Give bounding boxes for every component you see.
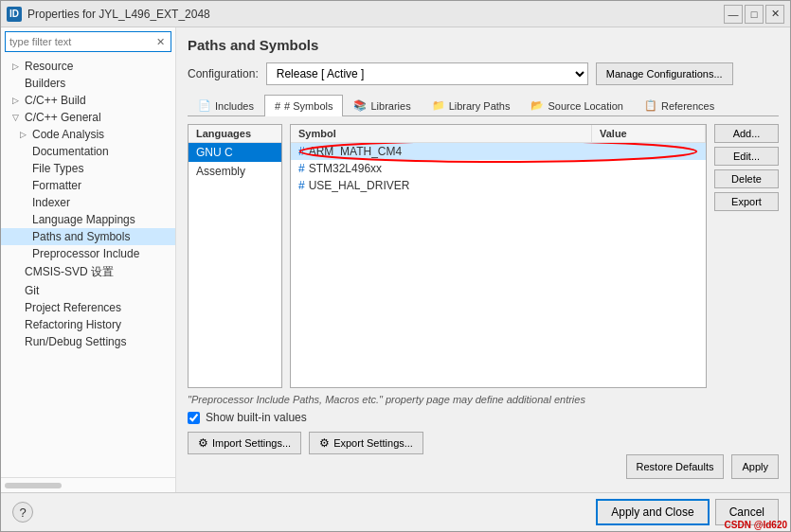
config-row: Configuration: Release [ Active ] Manage… [188, 62, 779, 85]
symbols-header: Symbol Value [291, 125, 706, 143]
content-area: Languages GNU C Assembly Symbol Value # … [188, 124, 779, 388]
title-bar-left: ID Properties for JYL_L496_EXT_2048 [7, 7, 210, 22]
sidebar-item-refactoring[interactable]: Refactoring History [1, 316, 175, 333]
apply-and-close-button[interactable]: Apply and Close [596, 499, 709, 525]
sidebar-item-project-refs[interactable]: Project References [1, 299, 175, 316]
help-button[interactable]: ? [12, 502, 33, 523]
tab-symbols[interactable]: # # Symbols [264, 95, 343, 116]
config-label: Configuration: [188, 67, 259, 80]
lang-item-gnuc[interactable]: GNU C [189, 143, 281, 162]
sidebar-item-formatter[interactable]: Formatter [1, 177, 175, 194]
search-input[interactable] [9, 36, 154, 47]
search-box[interactable]: ✕ [5, 31, 171, 52]
title-bar: ID Properties for JYL_L496_EXT_2048 — □ … [1, 1, 790, 27]
bottom-left: ? [12, 502, 33, 523]
sidebar-item-builders[interactable]: Builders [1, 75, 175, 92]
tab-library-paths-label: Library Paths [449, 100, 511, 112]
arrow-icon: ▷ [12, 96, 22, 105]
sidebar-item-indexer[interactable]: Indexer [1, 194, 175, 211]
window-controls: — □ ✕ [724, 5, 784, 24]
side-buttons: Add... Edit... Delete Export [714, 124, 779, 388]
source-location-tab-icon: 📂 [530, 99, 544, 112]
delete-button[interactable]: Delete [714, 169, 779, 188]
tab-libraries[interactable]: 📚 Libraries [343, 95, 421, 115]
lang-item-assembly[interactable]: Assembly [189, 162, 281, 181]
export-settings-button[interactable]: ⚙ Export Settings... [309, 432, 423, 454]
sidebar-item-resource[interactable]: ▷ Resource [1, 58, 175, 75]
apply-button[interactable]: Apply [731, 454, 779, 479]
value-column-header: Value [592, 125, 706, 142]
watermark: CSDN @ld620 [725, 520, 787, 530]
export-button[interactable]: Export [714, 192, 779, 211]
right-panel: Paths and Symbols Configuration: Release… [176, 27, 790, 492]
languages-column-header: Languages [189, 125, 281, 143]
arrow-icon: ▽ [12, 113, 22, 122]
library-paths-tab-icon: 📁 [432, 99, 445, 112]
symbol-name-arm-math: ARM_MATH_CM4 [309, 145, 584, 158]
export-btn-label: Export Settings... [333, 437, 413, 449]
symbols-panel: Symbol Value # ARM_MATH_CM4 [290, 124, 707, 388]
edit-button[interactable]: Edit... [714, 147, 779, 166]
symbols-tab-icon: # [275, 100, 280, 112]
hash-icon: # [298, 162, 305, 175]
sidebar-item-documentation[interactable]: Documentation [1, 143, 175, 160]
sidebar-tree: ▷ Resource Builders ▷ C/C++ Build [1, 56, 175, 477]
libraries-tab-icon: 📚 [353, 99, 367, 112]
sidebar-item-file-types[interactable]: File Types [1, 160, 175, 177]
app-icon: ID [7, 7, 22, 22]
arrow-icon: ▷ [20, 130, 29, 139]
sidebar-item-preprocessor[interactable]: Preprocessor Include [1, 245, 175, 262]
arrow-icon: ▷ [12, 62, 22, 71]
maximize-button[interactable]: □ [745, 5, 764, 24]
scrollbar-indicator [5, 483, 62, 488]
sidebar-item-cpp-build[interactable]: ▷ C/C++ Build [1, 92, 175, 109]
add-button[interactable]: Add... [714, 124, 779, 143]
export-icon: ⚙ [319, 436, 330, 450]
symbols-list: # ARM_MATH_CM4 # STM32L496xx [291, 143, 706, 387]
hash-icon: # [298, 179, 305, 192]
tab-includes-label: Includes [215, 100, 254, 112]
symbol-name-hal-driver: USE_HAL_DRIVER [309, 179, 584, 192]
symbol-name-stm32: STM32L496xx [309, 162, 584, 175]
show-builtin-row: Show built-in values [188, 411, 779, 424]
sidebar: ✕ ▷ Resource Builders ▷ [1, 27, 176, 492]
tab-source-location-label: Source Location [548, 100, 623, 112]
tab-source-location[interactable]: 📂 Source Location [520, 95, 634, 115]
tab-libraries-label: Libraries [370, 100, 410, 112]
minimize-button[interactable]: — [724, 5, 743, 24]
import-btn-label: Import Settings... [212, 437, 291, 449]
window-title: Properties for JYL_L496_EXT_2048 [27, 8, 210, 21]
note-text: "Preprocessor Include Paths, Macros etc.… [188, 394, 779, 405]
close-button[interactable]: ✕ [765, 5, 784, 24]
sidebar-item-run-debug[interactable]: Run/Debug Settings [1, 333, 175, 350]
sidebar-item-git[interactable]: Git [1, 282, 175, 299]
references-tab-icon: 📋 [644, 99, 657, 112]
config-select[interactable]: Release [ Active ] [266, 62, 588, 85]
sidebar-item-cmsis[interactable]: CMSIS-SVD 设置 [1, 262, 175, 282]
restore-defaults-button[interactable]: Restore Defaults [626, 454, 725, 479]
hash-icon: # [298, 145, 305, 158]
right-actions: Restore Defaults Apply [188, 454, 779, 479]
symbol-row-hal-driver[interactable]: # USE_HAL_DRIVER [291, 177, 706, 194]
show-builtin-label: Show built-in values [206, 411, 307, 424]
show-builtin-checkbox[interactable] [188, 412, 200, 424]
search-clear-icon[interactable]: ✕ [154, 36, 167, 48]
main-content: ✕ ▷ Resource Builders ▷ [1, 27, 790, 492]
languages-panel: Languages GNU C Assembly [188, 124, 282, 388]
tab-includes[interactable]: 📄 Includes [188, 95, 264, 115]
import-settings-button[interactable]: ⚙ Import Settings... [188, 432, 301, 454]
sidebar-item-cpp-general[interactable]: ▽ C/C++ General [1, 109, 175, 126]
tab-references[interactable]: 📋 References [634, 95, 725, 115]
sidebar-item-paths-symbols[interactable]: Paths and Symbols [1, 228, 175, 245]
sidebar-item-code-analysis[interactable]: ▷ Code Analysis [1, 126, 175, 143]
tab-references-label: References [661, 100, 714, 112]
symbol-row-arm-math[interactable]: # ARM_MATH_CM4 [291, 143, 706, 160]
import-export-row: ⚙ Import Settings... ⚙ Export Settings..… [188, 432, 779, 454]
symbol-row-stm32[interactable]: # STM32L496xx [291, 160, 706, 177]
bottom-bar: ? Apply and Close Cancel [1, 492, 790, 531]
sidebar-item-language-mappings[interactable]: Language Mappings [1, 211, 175, 228]
panel-title: Paths and Symbols [188, 37, 779, 53]
tab-library-paths[interactable]: 📁 Library Paths [422, 95, 521, 115]
manage-configurations-button[interactable]: Manage Configurations... [596, 62, 733, 85]
properties-window: ID Properties for JYL_L496_EXT_2048 — □ … [0, 0, 791, 532]
